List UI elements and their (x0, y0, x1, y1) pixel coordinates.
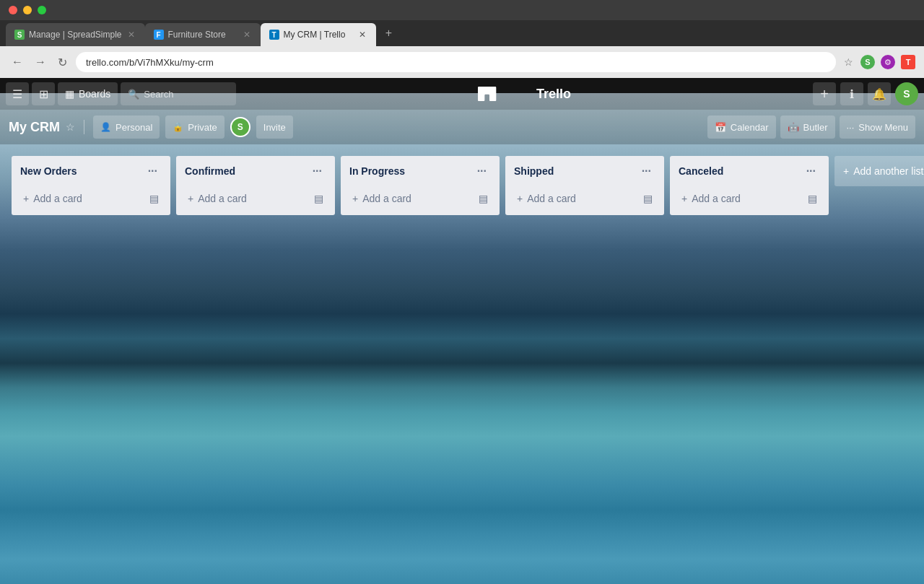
list-title-shipped: Shipped (514, 165, 554, 177)
list-header-shipped: Shipped ··· (505, 156, 664, 185)
add-card-button-shipped[interactable]: + Add a card (511, 188, 632, 209)
browser-toolbar: ☆ S ⚙ T (842, 55, 915, 69)
list-confirmed: Confirmed ··· + Add a card ▤ (176, 156, 335, 215)
calendar-label: Calendar (731, 122, 769, 133)
tab-close-icon[interactable]: ✕ (126, 28, 136, 41)
list-canceled: Canceled ··· + Add a card ▤ (670, 156, 829, 215)
add-card-button-in-progress[interactable]: + Add a card (346, 188, 468, 209)
calendar-icon: 📅 (715, 122, 726, 133)
tab-close-icon[interactable]: ✕ (357, 28, 367, 41)
board-header-right: 📅 Calendar 🤖 Butler ··· Show Menu (707, 116, 915, 139)
lock-icon: 🔒 (173, 122, 183, 132)
list-menu-button-shipped[interactable]: ··· (637, 163, 655, 179)
extension-icon-2[interactable]: ⚙ (881, 55, 895, 69)
list-title-in-progress: In Progress (349, 165, 405, 177)
visibility-personal-button[interactable]: 👤 Personal (93, 116, 160, 139)
list-menu-button-new-orders[interactable]: ··· (144, 163, 162, 179)
add-card-button-confirmed[interactable]: + Add a card (182, 188, 303, 209)
info-button[interactable]: ℹ (840, 82, 863, 105)
add-card-label: Add a card (33, 193, 82, 204)
search-input-area[interactable]: 🔍 Search (121, 82, 236, 105)
maximize-button[interactable] (38, 6, 46, 14)
visibility-private-button[interactable]: 🔒 Private (165, 116, 224, 139)
list-title-confirmed: Confirmed (185, 165, 235, 177)
add-card-button-canceled[interactable]: + Add a card (676, 188, 797, 209)
add-list-plus-icon: + (843, 165, 849, 177)
plus-icon: + (517, 193, 523, 204)
tab-title: My CRM | Trello (284, 30, 353, 40)
close-button[interactable] (9, 6, 17, 14)
tab-furniture[interactable]: F Furniture Store ✕ (145, 23, 261, 46)
notifications-button[interactable]: 🔔 (868, 82, 891, 105)
list-footer-in-progress: + Add a card ▤ (341, 185, 500, 215)
boards-label: Boards (79, 88, 110, 100)
add-card-label: Add a card (362, 193, 411, 204)
address-input[interactable] (76, 52, 836, 72)
invite-button[interactable]: Invite (256, 116, 293, 139)
extension-icon-1[interactable]: S (860, 55, 875, 69)
tab-favicon: F (154, 30, 164, 40)
trello-logo-text: Trello (536, 87, 571, 102)
nav-right-section: + ℹ 🔔 S (813, 82, 918, 105)
create-button[interactable]: + (813, 82, 836, 105)
list-template-button-confirmed[interactable]: ▤ (308, 188, 329, 209)
board-star-button[interactable]: ☆ (66, 121, 75, 133)
minimize-button[interactable] (23, 6, 32, 14)
show-menu-button[interactable]: ··· Show Menu (840, 116, 916, 139)
boards-button[interactable]: ▦ Boards (58, 82, 118, 105)
plus-icon: + (188, 193, 193, 204)
boards-icon: ▦ (65, 88, 74, 100)
user-avatar[interactable]: S (895, 82, 918, 105)
tab-spreadshimple[interactable]: S Manage | SpreadSimple ✕ (6, 23, 145, 46)
plus-icon: + (352, 193, 358, 204)
list-header-confirmed: Confirmed ··· (176, 156, 335, 185)
new-tab-button[interactable]: + (379, 27, 399, 40)
board-content: New Orders ··· + Add a card ▤ Confirme (0, 144, 924, 584)
list-template-button-shipped[interactable]: ▤ (637, 188, 658, 209)
add-card-button-new-orders[interactable]: + Add a card (17, 188, 139, 209)
ellipsis-icon: ··· (847, 122, 855, 133)
board-member-avatar[interactable]: S (230, 117, 250, 137)
list-menu-button-in-progress[interactable]: ··· (473, 163, 491, 179)
tab-trello[interactable]: T My CRM | Trello ✕ (261, 23, 376, 46)
list-template-button-in-progress[interactable]: ▤ (472, 188, 494, 209)
list-header-new-orders: New Orders ··· (12, 156, 170, 185)
home-icon-button[interactable]: ⊞ (32, 82, 55, 105)
personal-icon: 👤 (100, 122, 111, 132)
refresh-button[interactable]: ↻ (55, 54, 70, 71)
list-menu-button-canceled[interactable]: ··· (802, 163, 820, 179)
list-menu-button-confirmed[interactable]: ··· (308, 163, 326, 179)
tab-favicon: T (269, 30, 279, 40)
list-footer-new-orders: + Add a card ▤ (12, 185, 170, 215)
personal-label: Personal (116, 122, 152, 133)
list-title-new-orders: New Orders (20, 165, 77, 177)
calendar-button[interactable]: 📅 Calendar (707, 116, 776, 139)
board-header: My CRM ☆ 👤 Personal 🔒 Private S Invite 📅… (0, 110, 924, 144)
forward-button[interactable]: → (32, 54, 49, 70)
plus-icon: + (23, 193, 29, 204)
header-divider (84, 120, 84, 134)
butler-button[interactable]: 🤖 Butler (780, 116, 835, 139)
menu-icon-button[interactable]: ☰ (6, 82, 29, 105)
butler-label: Butler (803, 122, 828, 133)
list-footer-confirmed: + Add a card ▤ (176, 185, 335, 215)
list-template-button-new-orders[interactable]: ▤ (143, 188, 165, 209)
board-title[interactable]: My CRM (9, 120, 60, 135)
bookmark-icon[interactable]: ☆ (842, 56, 855, 69)
extension-icon-3[interactable]: T (901, 55, 915, 69)
back-button[interactable]: ← (9, 54, 26, 70)
trello-navbar: ☰ ⊞ ▦ Boards 🔍 Search Trello + ℹ 🔔 (0, 78, 924, 110)
tab-title: Manage | SpreadSimple (29, 30, 122, 40)
trello-app: ☰ ⊞ ▦ Boards 🔍 Search Trello + ℹ 🔔 (0, 78, 924, 584)
lists-container: New Orders ··· + Add a card ▤ Confirme (6, 150, 924, 221)
list-shipped: Shipped ··· + Add a card ▤ (505, 156, 664, 215)
add-card-label: Add a card (692, 193, 741, 204)
invite-label: Invite (263, 122, 286, 133)
trello-logo-svg (478, 87, 531, 101)
list-template-button-canceled[interactable]: ▤ (801, 188, 823, 209)
add-list-button[interactable]: + Add another list (834, 156, 924, 186)
list-header-in-progress: In Progress ··· (341, 156, 500, 185)
tab-close-icon[interactable]: ✕ (242, 28, 252, 41)
plus-icon: + (681, 193, 687, 204)
add-card-label: Add a card (198, 193, 247, 204)
